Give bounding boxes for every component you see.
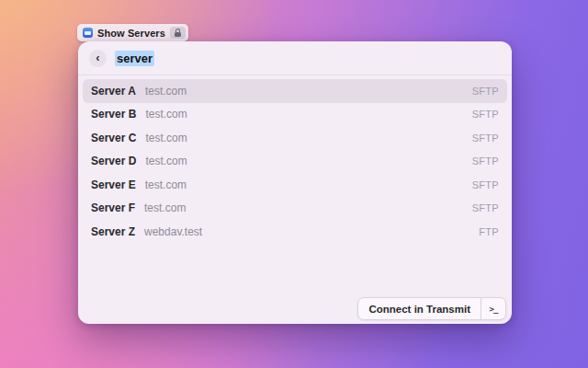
server-host: test.com (145, 108, 462, 121)
server-row[interactable]: Server D test.com SFTP (83, 150, 507, 174)
server-list: Server A test.com SFTP Server B test.com… (78, 75, 512, 244)
command-token[interactable]: Show Servers (77, 24, 188, 41)
command-token-label: Show Servers (97, 28, 165, 39)
server-name: Server A (91, 85, 136, 98)
server-host: webdav.test (144, 225, 469, 238)
terminal-prompt-icon[interactable]: >_ (481, 298, 505, 319)
server-row[interactable]: Server B test.com SFTP (83, 103, 507, 127)
server-host: test.com (144, 201, 463, 214)
chevron-left-icon: ‹ (96, 52, 99, 63)
connect-button[interactable]: Connect in Transmit (358, 298, 481, 319)
server-protocol: SFTP (472, 109, 499, 120)
server-name: Server D (91, 155, 136, 167)
server-row[interactable]: Server E test.com SFTP (83, 173, 507, 197)
server-host: test.com (145, 132, 462, 144)
server-host: test.com (145, 178, 463, 191)
search-bar: ‹ server (78, 41, 512, 75)
server-name: Server Z (91, 225, 135, 238)
server-protocol: SFTP (472, 132, 499, 144)
server-protocol: SFTP (472, 155, 499, 167)
server-name: Server C (91, 132, 136, 144)
server-row[interactable]: Server C test.com SFTP (83, 126, 507, 150)
server-protocol: SFTP (472, 86, 499, 97)
server-host: test.com (145, 85, 463, 98)
server-name: Server F (91, 201, 135, 214)
desktop-background: Show Servers ‹ server Server A test.com … (0, 0, 588, 368)
footer-action-group: Connect in Transmit >_ (357, 297, 506, 320)
server-row[interactable]: Server Z webdav.test FTP (83, 220, 507, 244)
transmit-app-icon (83, 28, 93, 38)
server-host: test.com (145, 155, 462, 167)
server-name: Server B (91, 108, 136, 121)
search-input[interactable]: server (115, 51, 154, 66)
server-protocol: SFTP (472, 202, 499, 213)
lock-icon (175, 32, 181, 37)
server-protocol: SFTP (472, 179, 499, 190)
token-badge (170, 27, 186, 39)
server-row[interactable]: Server F test.com SFTP (83, 197, 507, 221)
server-row[interactable]: Server A test.com SFTP (83, 79, 507, 103)
back-button[interactable]: ‹ (89, 50, 107, 67)
server-name: Server E (91, 178, 136, 191)
server-protocol: FTP (479, 226, 499, 237)
quick-connect-window: ‹ server Server A test.com SFTP Server B… (78, 41, 512, 324)
